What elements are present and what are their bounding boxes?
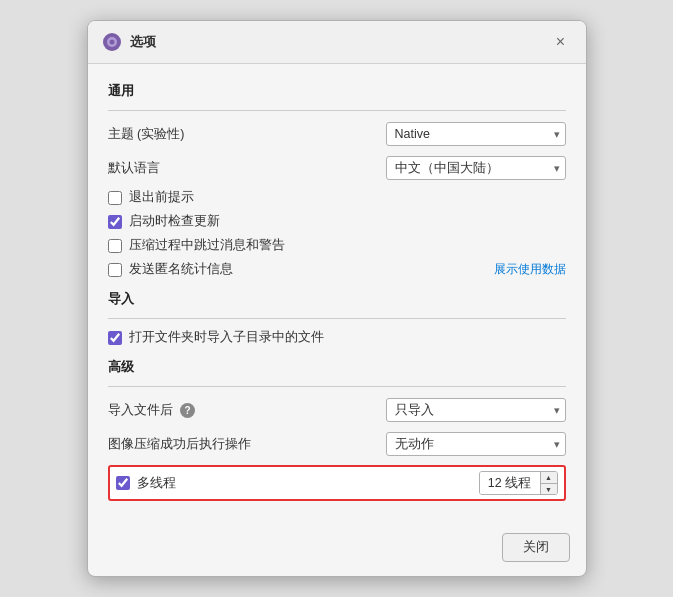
advanced-divider <box>108 386 566 387</box>
close-dialog-button[interactable]: × <box>550 31 572 53</box>
advanced-section: 高级 导入文件后 ? 只导入 图像压缩成功后执行操作 <box>108 358 566 501</box>
send-stats-checkbox[interactable] <box>108 263 122 277</box>
compress-skip-checkbox[interactable] <box>108 239 122 253</box>
after-compress-label: 图像压缩成功后执行操作 <box>108 436 268 453</box>
after-compress-select-wrapper: 无动作 <box>386 432 566 456</box>
exit-prompt-checkbox[interactable] <box>108 191 122 205</box>
after-import-select[interactable]: 只导入 <box>386 398 566 422</box>
show-data-link[interactable]: 展示使用数据 <box>494 261 566 278</box>
import-section: 导入 打开文件夹时导入子目录中的文件 <box>108 290 566 346</box>
language-select-wrapper: 中文（中国大陆） <box>386 156 566 180</box>
general-divider <box>108 110 566 111</box>
multi-thread-checkbox[interactable] <box>116 476 130 490</box>
check-updates-label: 启动时检查更新 <box>129 213 220 230</box>
svg-point-2 <box>109 40 114 45</box>
help-icon[interactable]: ? <box>180 403 195 418</box>
send-stats-label: 发送匿名统计信息 <box>129 261 233 278</box>
open-folder-checkbox[interactable] <box>108 331 122 345</box>
open-folder-row: 打开文件夹时导入子目录中的文件 <box>108 329 566 346</box>
theme-control: Native <box>268 122 566 146</box>
theme-label: 主题 (实验性) <box>108 126 268 143</box>
spinbox-buttons: ▲ ▼ <box>540 472 557 494</box>
dialog-footer: 关闭 <box>88 525 586 576</box>
after-compress-row: 图像压缩成功后执行操作 无动作 <box>108 431 566 457</box>
thread-count-input[interactable] <box>480 472 540 494</box>
options-dialog: 选项 × 通用 主题 (实验性) Native 默认语言 <box>87 20 587 577</box>
dialog-body: 通用 主题 (实验性) Native 默认语言 中文（中国大陆） <box>88 64 586 525</box>
send-stats-checkbox-row: 发送匿名统计信息 <box>108 261 233 278</box>
exit-prompt-label: 退出前提示 <box>129 189 194 206</box>
after-import-row: 导入文件后 ? 只导入 <box>108 397 566 423</box>
open-folder-label: 打开文件夹时导入子目录中的文件 <box>129 329 324 346</box>
theme-row: 主题 (实验性) Native <box>108 121 566 147</box>
app-icon <box>102 32 122 52</box>
dialog-title: 选项 <box>130 33 156 51</box>
after-import-label: 导入文件后 ? <box>108 402 268 419</box>
section-general-title: 通用 <box>108 82 566 100</box>
close-button[interactable]: 关闭 <box>502 533 570 562</box>
title-bar-left: 选项 <box>102 32 156 52</box>
multi-thread-label: 多线程 <box>137 475 308 492</box>
send-stats-row: 发送匿名统计信息 展示使用数据 <box>108 261 566 278</box>
section-import-title: 导入 <box>108 290 566 308</box>
spinbox-down-button[interactable]: ▼ <box>541 483 557 494</box>
compress-skip-label: 压缩过程中跳过消息和警告 <box>129 237 285 254</box>
title-bar: 选项 × <box>88 21 586 64</box>
after-import-select-wrapper: 只导入 <box>386 398 566 422</box>
check-updates-row: 启动时检查更新 <box>108 213 566 230</box>
exit-prompt-row: 退出前提示 <box>108 189 566 206</box>
theme-select-wrapper: Native <box>386 122 566 146</box>
language-select[interactable]: 中文（中国大陆） <box>386 156 566 180</box>
language-label: 默认语言 <box>108 160 268 177</box>
after-import-control: 只导入 <box>268 398 566 422</box>
theme-select[interactable]: Native <box>386 122 566 146</box>
thread-count-spinbox: ▲ ▼ <box>479 471 558 495</box>
compress-skip-row: 压缩过程中跳过消息和警告 <box>108 237 566 254</box>
language-control: 中文（中国大陆） <box>268 156 566 180</box>
multi-thread-row: 多线程 ▲ ▼ <box>108 465 566 501</box>
check-updates-checkbox[interactable] <box>108 215 122 229</box>
after-compress-select[interactable]: 无动作 <box>386 432 566 456</box>
after-compress-control: 无动作 <box>268 432 566 456</box>
import-divider <box>108 318 566 319</box>
section-advanced-title: 高级 <box>108 358 566 376</box>
language-row: 默认语言 中文（中国大陆） <box>108 155 566 181</box>
spinbox-up-button[interactable]: ▲ <box>541 472 557 483</box>
